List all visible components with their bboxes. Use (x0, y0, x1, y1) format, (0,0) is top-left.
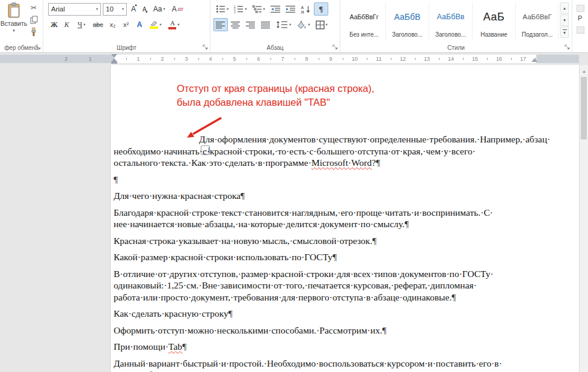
clipboard-dialog-launcher[interactable] (35, 44, 41, 50)
style-preview: АаБбВвГг (350, 2, 379, 31)
paragraph-group: ▾ 1. 2. 3. ▾ ▾ (210, 0, 340, 52)
borders-button[interactable]: ▾ (313, 18, 330, 31)
vertical-scrollbar[interactable]: ▲ (579, 65, 588, 372)
font-color-icon: А (168, 20, 176, 29)
highlight-color-button[interactable]: ▾ (147, 18, 165, 31)
text-line[interactable]: Как·сделать·красную·строку¶ (114, 308, 571, 320)
decrease-indent-button[interactable] (268, 2, 283, 16)
style-card-heading1[interactable]: АаБбВ Заголово... (386, 2, 429, 40)
superscript-button[interactable]: x² (120, 18, 132, 31)
word-window: Вставить ▾ ✂ (0, 0, 588, 372)
multilevel-list-button[interactable]: ▾ (250, 2, 268, 16)
up-arrow-icon: ▲ (134, 3, 138, 7)
strikethrough-button[interactable]: abc (90, 18, 106, 31)
paint-bucket-icon (296, 20, 307, 29)
text-line[interactable]: ¶ (114, 174, 571, 186)
text-line[interactable]: одинаковый:·1,25·см.·Вне·зависимости·от·… (114, 279, 571, 291)
styles-dialog-launcher[interactable] (564, 44, 571, 50)
paste-button[interactable]: Вставить ▾ (1, 2, 26, 43)
font-family-select[interactable]: Arial ▾ (48, 3, 101, 16)
style-card-subtitle[interactable]: АаБбВвГ Подзагол... (516, 2, 559, 40)
svg-text:А: А (301, 5, 304, 9)
down-arrow-icon: ▼ (145, 10, 149, 14)
text-line[interactable]: При·помощи·Tab¶ (114, 341, 571, 353)
style-label: Без инте... (349, 31, 379, 38)
align-center-button[interactable] (228, 18, 243, 31)
scrollbar-thumb[interactable] (581, 77, 587, 139)
text-line[interactable]: Благодаря·красной·строке·текст·становитс… (114, 207, 571, 219)
paragraph-dialog-launcher[interactable] (332, 44, 338, 50)
change-case-button[interactable]: Аа▾ (151, 2, 168, 16)
align-right-button[interactable] (243, 18, 258, 31)
style-card-title[interactable]: АаБ Название (473, 2, 516, 40)
shrink-font-button[interactable]: А▼ (140, 2, 149, 16)
numbering-button[interactable]: 1. 2. 3. ▾ (231, 2, 249, 16)
dialog-launcher-icon (332, 44, 338, 50)
cut-button[interactable]: ✂ (28, 2, 40, 13)
text-line[interactable]: работа·или·просто·документ,·требования·д… (114, 291, 571, 303)
page[interactable]: Отступ от края страницы (красная строка)… (110, 65, 579, 372)
justify-button[interactable] (259, 18, 273, 31)
ruler-number: 6 (257, 56, 260, 62)
underline-button[interactable]: Ч▾ (73, 18, 90, 31)
align-left-button[interactable] (213, 18, 228, 31)
paragraph: Благодаря·красной·строке·текст·становитс… (114, 207, 571, 230)
text-line[interactable]: Какой·размер·красной·строки·использовать… (114, 251, 571, 263)
ruler-number: 15 (472, 56, 478, 62)
styles-more-button[interactable]: ▼ (560, 26, 569, 38)
chevron-down-icon: ▾ (289, 23, 291, 27)
font-size-select[interactable]: 10 ▾ (103, 3, 127, 16)
paragraph: ¶ (114, 174, 571, 186)
style-label: Заголово... (392, 31, 423, 38)
show-formatting-marks-button[interactable]: ¶ (314, 2, 328, 16)
paragraph: Для·чего·нужна·красная·строка¶ (114, 190, 571, 202)
subscript-button[interactable]: x₂ (106, 18, 119, 31)
chevron-down-icon: ▾ (96, 7, 98, 11)
grow-font-button[interactable]: А▲ (129, 2, 138, 16)
chevron-down-icon: ▾ (263, 7, 265, 11)
text-line[interactable]: остального·текста.·Как·это·сделать·в·про… (114, 157, 571, 169)
font-dialog-launcher[interactable] (202, 44, 209, 50)
first-line-indent-marker[interactable] (111, 54, 117, 58)
bullets-button[interactable]: ▾ (213, 2, 231, 16)
styles-scroll-up-button[interactable]: ▲ (560, 2, 569, 14)
ruler[interactable]: 121234567891011121314151617 (0, 53, 588, 65)
text-line[interactable]: Красная·строка·указывает·на·новую·мысль,… (114, 235, 571, 247)
line-spacing-button[interactable]: ▾ (274, 18, 293, 31)
styles-group: АаБбВвГг Без инте... АаБбВ Заголово... А… (340, 0, 572, 52)
text-effects-button[interactable]: А (133, 18, 146, 31)
font-color-button[interactable]: А ▾ (165, 18, 183, 31)
copy-button[interactable] (28, 14, 40, 25)
text-line[interactable]: Оформить·отступ·можно·несколькими·способ… (114, 325, 571, 337)
chevron-down-icon: ▾ (159, 23, 161, 27)
ruler-number: 12 (400, 56, 406, 62)
ruler-number: 16 (496, 56, 502, 62)
annotation-text[interactable]: Отступ от края страницы (красная строка)… (177, 82, 375, 109)
italic-button[interactable]: К (61, 18, 73, 31)
format-painter-button[interactable] (28, 26, 40, 37)
style-card-no-spacing[interactable]: АаБбВвГг Без инте... (343, 2, 386, 40)
increase-indent-button[interactable] (283, 2, 298, 16)
paragraph: Красная·строка·указывает·на·новую·мысль,… (114, 235, 571, 247)
left-indent-marker[interactable] (111, 62, 117, 64)
right-indent-marker[interactable] (531, 58, 537, 62)
text-line[interactable]: Для·чего·нужна·красная·строка¶ (114, 190, 571, 202)
text-line[interactable]: необходимо·начинать·с·красной·строки,·то… (114, 145, 571, 157)
scroll-up-arrow-icon[interactable]: ▲ (580, 66, 588, 76)
style-card-heading2[interactable]: АаБбВв Заголово... (429, 2, 473, 40)
sort-button[interactable]: А Я (298, 2, 313, 16)
chevron-down-icon: ▾ (84, 23, 85, 27)
partial-icon (577, 26, 584, 34)
clear-formatting-button[interactable]: А (170, 2, 185, 16)
svg-text:Я: Я (301, 10, 304, 14)
text-line[interactable]: нее·начинается·новые·абзацы,·на·которые·… (114, 218, 571, 230)
bold-button[interactable]: Ж (48, 18, 60, 31)
eraser-icon (177, 8, 183, 11)
shading-button[interactable]: ▾ (294, 18, 312, 31)
text-line[interactable]: В·отличие·от·других·отступов,·размер·кра… (114, 268, 571, 280)
text-line[interactable]: Данный·вариант·быстрый·и·простой.·Необхо… (114, 358, 571, 370)
text-line[interactable]: Для·оформления·документов·существуют·опр… (114, 133, 571, 145)
styles-scroll-down-button[interactable]: ▼ (560, 14, 569, 26)
text-line[interactable]: начало·абзаца,·нажать·на·клавишу·«Tab».·… (114, 369, 571, 372)
chevron-down-icon: ▾ (227, 7, 228, 11)
